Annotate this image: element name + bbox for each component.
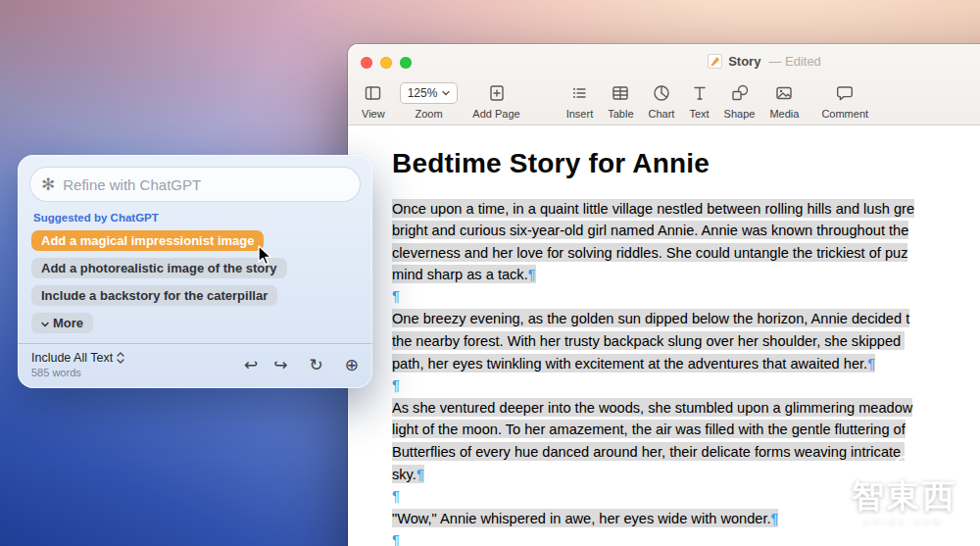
chevron-down-icon <box>41 316 49 330</box>
media-icon <box>774 81 794 105</box>
document-line: "Wow," Annie whispered in awe, her eyes … <box>392 510 980 532</box>
toolbar-label: Shape <box>724 108 756 120</box>
selected-text: sky.¶ <box>392 465 424 483</box>
more-button[interactable]: More <box>31 313 93 333</box>
toolbar-label: Add Page <box>472 108 519 120</box>
pilcrow-mark: ¶ <box>392 532 400 546</box>
zoom-control: 125% <box>400 81 459 105</box>
toolbar-item-table[interactable]: Table <box>608 81 633 120</box>
add-page-icon <box>487 81 507 105</box>
toolbar-label: Chart <box>649 108 675 120</box>
chatgpt-icon: ✻ <box>41 174 55 194</box>
suggested-by-label: Suggested by ChatGPT <box>33 212 372 223</box>
document-line: bright and curious six-year-old girl nam… <box>392 223 980 245</box>
document-line: mind sharp as a tack.¶ <box>392 267 980 289</box>
document-line: As she ventured deeper into the woods, s… <box>392 399 980 422</box>
table-icon <box>611 81 630 105</box>
up-down-chevron-icon <box>117 352 124 364</box>
panel-action-icons: ↩↪↻⊕ <box>244 355 359 374</box>
desktop: { "colors": { "accent_orange": "#F2A33C"… <box>0 0 980 546</box>
document-line: path, her eyes twinkling with excitement… <box>392 355 980 377</box>
suggestion-button[interactable]: Add a magical impressionist image <box>31 230 264 251</box>
toolbar-item-text[interactable]: Text <box>689 81 709 120</box>
document-line: cleverness and her love for solving ridd… <box>392 244 980 267</box>
pilcrow-mark: ¶ <box>416 466 424 481</box>
toolbar-item-view[interactable]: View <box>362 81 385 120</box>
toolbar-label: Insert <box>566 108 594 120</box>
refresh-icon[interactable]: ↻ <box>310 355 323 374</box>
toolbar-item-zoom[interactable]: 125%Zoom <box>400 81 459 120</box>
document-line: Butterflies of every hue danced around h… <box>392 444 980 467</box>
document-line: light of the moon. To her amazement, the… <box>392 422 980 444</box>
toolbar-item-add-page[interactable]: Add Page <box>472 81 519 120</box>
document-line: the nearby forest. With her trusty backp… <box>392 333 980 356</box>
selected-text: cleverness and her love for solving ridd… <box>392 243 907 262</box>
selected-text: light of the moon. To her amazement, the… <box>392 420 906 438</box>
document-line: ¶ <box>392 488 980 511</box>
toolbar-item-chart[interactable]: Chart <box>649 81 675 120</box>
pilcrow-mark: ¶ <box>392 377 400 393</box>
pages-doc-icon <box>708 54 722 69</box>
chatgpt-input[interactable]: ✻ Refine with ChatGPT <box>29 167 361 202</box>
document-line: ¶ <box>392 288 980 311</box>
zoom-value: 125% <box>408 86 438 100</box>
chart-icon <box>652 81 671 105</box>
zoom-dropdown[interactable]: 125% <box>400 82 459 104</box>
toolbar-item-shape[interactable]: Shape <box>724 81 756 120</box>
pilcrow-mark: ¶ <box>771 510 779 525</box>
insert-icon <box>569 81 589 105</box>
toolbar: View125%ZoomAdd PageInsertTableChartText… <box>362 81 883 120</box>
pilcrow-mark: ¶ <box>867 355 875 371</box>
window-title: Story — Edited <box>348 54 980 69</box>
toolbar-label: Text <box>689 108 709 120</box>
document-heading: Bedtime Story for Annie <box>392 148 980 179</box>
selected-text: mind sharp as a tack.¶ <box>392 265 536 283</box>
suggestion-list: Add a magical impressionist imageAdd a p… <box>18 230 372 306</box>
suggestion-button[interactable]: Add a photorealistic image of the story <box>31 258 287 278</box>
document-body[interactable]: Bedtime Story for Annie Once upon a time… <box>348 126 980 546</box>
selected-text: "Wow," Annie whispered in awe, her eyes … <box>392 509 778 527</box>
pages-window: Story — Edited View125%ZoomAdd PageInser… <box>348 44 980 546</box>
selected-text: path, her eyes twinkling with excitement… <box>392 354 875 372</box>
add-icon[interactable]: ⊕ <box>345 355 359 374</box>
toolbar-item-comment[interactable]: Comment <box>821 81 868 120</box>
toolbar-label: View <box>362 108 385 120</box>
chatgpt-panel: ✻ Refine with ChatGPT Suggested by ChatG… <box>18 155 372 388</box>
panel-footer: Include All Text 585 words ↩↪↻⊕ <box>18 343 372 388</box>
selected-text: the nearby forest. With her trusty backp… <box>392 331 905 350</box>
pilcrow-mark: ¶ <box>392 488 400 504</box>
toolbar-label: Media <box>769 108 799 120</box>
document-line: ¶ <box>392 532 980 546</box>
selected-text: bright and curious six-year-old girl nam… <box>392 221 908 239</box>
undo-icon[interactable]: ↩ <box>244 355 258 374</box>
document-line: sky.¶ <box>392 466 980 488</box>
selected-text: Butterflies of every hue danced around h… <box>392 442 905 461</box>
selected-text: One breezy evening, as the golden sun di… <box>392 309 909 327</box>
selected-text: As she ventured deeper into the woods, s… <box>392 398 912 417</box>
word-count: 585 words <box>31 367 124 378</box>
include-all-text-popup[interactable]: Include All Text <box>31 351 124 365</box>
toolbar-label: Zoom <box>415 108 442 120</box>
toolbar-item-media[interactable]: Media <box>769 81 799 120</box>
document-text: Once upon a time, in a quaint little vil… <box>392 200 980 546</box>
redo-icon[interactable]: ↪ <box>273 355 287 374</box>
toolbar-label: Table <box>608 108 633 120</box>
window-titlebar[interactable]: Story — Edited View125%ZoomAdd PageInser… <box>348 44 980 125</box>
comment-icon <box>835 81 855 105</box>
toolbar-item-insert[interactable]: Insert <box>566 81 594 120</box>
toolbar-label: Comment <box>821 108 868 120</box>
pilcrow-mark: ¶ <box>528 267 536 282</box>
document-line: ¶ <box>392 377 980 400</box>
shape-icon <box>730 81 750 105</box>
suggestion-button[interactable]: Include a backstory for the caterpillar <box>31 285 277 306</box>
chatgpt-input-placeholder: Refine with ChatGPT <box>63 176 201 193</box>
edited-badge: — Edited <box>768 54 820 69</box>
chevron-down-icon <box>442 90 450 96</box>
document-line: Once upon a time, in a quaint little vil… <box>392 200 980 223</box>
document-title: Story <box>728 54 760 69</box>
document-line: One breezy evening, as the golden sun di… <box>392 311 980 333</box>
view-icon <box>363 81 383 105</box>
text-icon <box>690 81 710 105</box>
selected-text: Once upon a time, in a quaint little vil… <box>392 199 914 218</box>
pilcrow-mark: ¶ <box>392 288 400 304</box>
